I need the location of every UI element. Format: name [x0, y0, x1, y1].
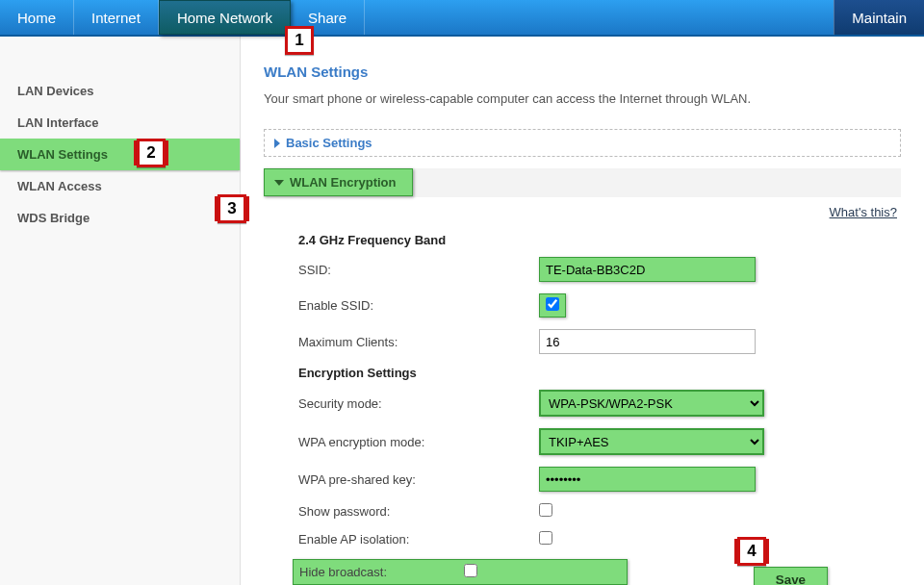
callout-3: 3: [218, 194, 246, 223]
sidebar-item-wlan-settings[interactable]: WLAN Settings: [0, 139, 240, 170]
security-mode-label: Security mode:: [298, 396, 539, 411]
sidebar-item-lan-devices[interactable]: LAN Devices: [0, 75, 240, 107]
panel-wlan-encryption-label: WLAN Encryption: [290, 175, 397, 190]
hide-broadcast-checkbox[interactable]: [464, 564, 477, 577]
whats-this-link[interactable]: What's this?: [830, 205, 897, 219]
sidebar-item-lan-interface[interactable]: LAN Interface: [0, 107, 240, 139]
show-password-checkbox[interactable]: [539, 503, 552, 517]
nav-home[interactable]: Home: [0, 0, 74, 35]
page-title: WLAN Settings: [264, 64, 901, 80]
row-security-mode: Security mode: WPA-PSK/WPA2-PSK: [298, 390, 901, 417]
enable-ssid-checkbox[interactable]: [546, 297, 559, 311]
sidebar: LAN Devices LAN Interface WLAN Settings …: [0, 37, 241, 585]
nav-internet[interactable]: Internet: [74, 0, 159, 35]
panel-basic-settings-label: Basic Settings: [286, 136, 372, 150]
panel-wlan-encryption-toggle[interactable]: WLAN Encryption: [264, 168, 413, 196]
content: WLAN Settings Your smart phone or wirele…: [241, 37, 924, 585]
row-hide-broadcast: Hide broadcast:: [293, 559, 628, 585]
row-ap-isolation: Enable AP isolation:: [298, 531, 901, 547]
row-ssid: SSID:: [298, 257, 901, 282]
panel-basic-settings-toggle[interactable]: Basic Settings: [265, 130, 900, 156]
callout-4: 4: [737, 537, 766, 566]
page-description: Your smart phone or wireless-capable com…: [264, 91, 901, 106]
whats-this-row: What's this?: [264, 205, 897, 219]
row-psk: WPA pre-shared key:: [298, 467, 901, 492]
row-wpa-encryption: WPA encryption mode: TKIP+AES: [298, 428, 901, 455]
wpa-encryption-label: WPA encryption mode:: [298, 435, 539, 449]
row-show-password: Show password:: [298, 503, 901, 520]
hide-broadcast-label: Hide broadcast:: [294, 565, 464, 579]
panel-wlan-encryption: WLAN Encryption: [264, 168, 901, 197]
sidebar-item-wds-bridge[interactable]: WDS Bridge: [0, 202, 240, 234]
ssid-label: SSID:: [298, 263, 539, 277]
callout-1: 1: [285, 26, 314, 55]
sidebar-item-wlan-access[interactable]: WLAN Access: [0, 170, 240, 202]
chevron-down-icon: [274, 180, 284, 186]
ap-isolation-label: Enable AP isolation:: [298, 532, 539, 547]
section-encryption-header: Encryption Settings: [298, 366, 901, 380]
panel-basic-settings: Basic Settings: [264, 129, 901, 157]
nav-maintain[interactable]: Maintain: [834, 0, 924, 35]
psk-input[interactable]: [539, 467, 756, 492]
psk-label: WPA pre-shared key:: [298, 472, 539, 487]
enable-ssid-label: Enable SSID:: [298, 298, 539, 313]
nav-home-network[interactable]: Home Network: [159, 0, 291, 35]
chevron-right-icon: [274, 139, 280, 148]
ap-isolation-checkbox[interactable]: [539, 531, 552, 545]
security-mode-select[interactable]: WPA-PSK/WPA2-PSK: [540, 391, 763, 416]
section-band-header: 2.4 GHz Frequency Band: [298, 233, 901, 247]
max-clients-input[interactable]: [539, 329, 756, 354]
save-button[interactable]: Save: [754, 567, 828, 585]
max-clients-label: Maximum Clients:: [298, 335, 539, 349]
callout-2: 2: [137, 139, 166, 167]
ssid-input[interactable]: [539, 257, 756, 282]
show-password-label: Show password:: [298, 504, 539, 519]
top-nav: Home Internet Home Network Share Maintai…: [0, 0, 924, 37]
wpa-encryption-select[interactable]: TKIP+AES: [540, 429, 763, 454]
row-enable-ssid: Enable SSID:: [298, 293, 901, 318]
row-max-clients: Maximum Clients:: [298, 329, 901, 354]
